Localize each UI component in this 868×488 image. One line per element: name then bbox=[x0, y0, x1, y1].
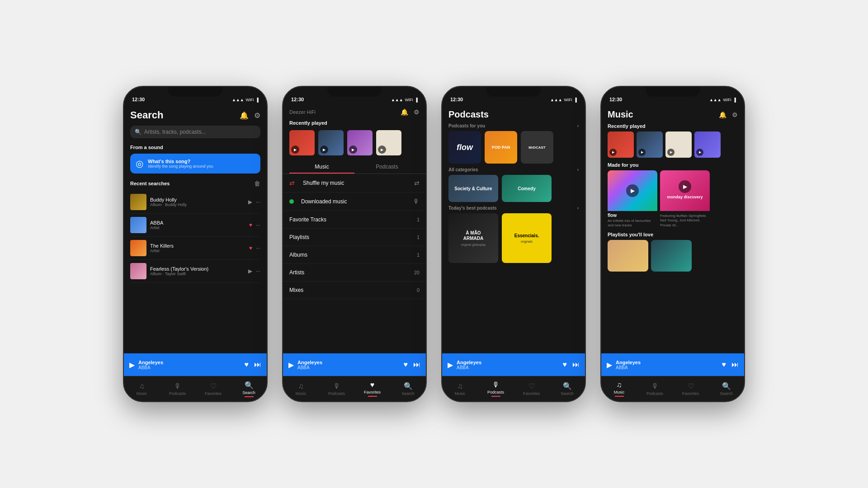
flow-card[interactable]: ▶ flow An infinite mix of favourites and… bbox=[608, 170, 657, 228]
settings-icon-4[interactable]: ⚙ bbox=[732, 111, 738, 118]
rp-thumb-3[interactable]: ▶ bbox=[347, 130, 373, 155]
rp-thumb2-3[interactable]: ▶ bbox=[665, 131, 692, 158]
nav-search-3[interactable]: 🔍 Search bbox=[549, 382, 585, 396]
np-next-icon-2[interactable]: ⏭ bbox=[413, 361, 420, 369]
more-icon-fearless[interactable]: ··· bbox=[256, 268, 260, 274]
np-heart-icon-2[interactable]: ♥ bbox=[404, 361, 408, 369]
tab-podcasts[interactable]: Podcasts bbox=[354, 160, 420, 174]
result-killers[interactable]: The Killers Artist ♥ ··· bbox=[130, 237, 260, 260]
more-icon[interactable]: ··· bbox=[256, 199, 260, 205]
bell-icon-4[interactable]: 🔔 bbox=[719, 111, 726, 118]
nav-podcasts-4[interactable]: 🎙 Podcasts bbox=[637, 382, 673, 396]
rp-play2-2[interactable]: ▶ bbox=[638, 149, 646, 156]
fearless-info: Fearless (Taylor's Version) Album · Tayl… bbox=[150, 266, 245, 276]
nav-music-3[interactable]: ♫ Music bbox=[442, 382, 478, 396]
flow-podcast-card[interactable]: flow bbox=[448, 131, 481, 164]
bell-icon[interactable]: 🔔 bbox=[240, 111, 249, 120]
rp-play-2[interactable]: ▶ bbox=[320, 145, 328, 154]
podpan-podcast-card[interactable]: POD PAN bbox=[485, 131, 517, 164]
playlist-card-2[interactable] bbox=[651, 240, 692, 272]
nav-music-2[interactable]: ♫ Music bbox=[283, 382, 319, 396]
nav-search-1[interactable]: 🔍 Search bbox=[231, 381, 267, 397]
rp-play-1[interactable]: ▶ bbox=[291, 145, 299, 154]
now-playing-bar-4[interactable]: ▶ Angeleyes ABBA ♥ ⏭ bbox=[601, 353, 744, 376]
music-note-icon: ♫ bbox=[139, 382, 145, 390]
comedy-label: Comedy bbox=[518, 186, 535, 191]
nav-search-2[interactable]: 🔍 Search bbox=[390, 382, 426, 396]
search-bar[interactable]: 🔍 Artists, tracks, podcasts... bbox=[130, 126, 260, 138]
mixes-item[interactable]: Mixes 0 bbox=[283, 282, 426, 299]
flow-play-btn[interactable]: ▶ bbox=[626, 184, 639, 197]
artists-count: 20 bbox=[414, 270, 420, 275]
comedy-card[interactable]: Comedy bbox=[502, 175, 552, 202]
more-icon[interactable]: ··· bbox=[256, 222, 260, 228]
rp-thumb-1[interactable]: ▶ bbox=[289, 130, 315, 155]
tab-music[interactable]: Music bbox=[289, 160, 354, 174]
now-playing-bar-2[interactable]: ▶ Angeleyes ABBA ♥ ⏭ bbox=[283, 353, 426, 376]
np-next-icon-3[interactable]: ⏭ bbox=[572, 361, 580, 369]
now-playing-bar-1[interactable]: ▶ Angeleyes ABBA ♥ ⏭ bbox=[124, 353, 267, 376]
rp-play2-3[interactable]: ▶ bbox=[667, 149, 675, 156]
artists-item[interactable]: Artists 20 bbox=[283, 264, 426, 282]
nav-favorites-1[interactable]: ♡ Favorites bbox=[195, 382, 231, 396]
np-play-icon-3[interactable]: ▶ bbox=[448, 361, 453, 369]
favorite-tracks-item[interactable]: Favorite Tracks 1 bbox=[283, 211, 426, 229]
sound-id-button[interactable]: ◎ What's this song? Identify the song pl… bbox=[130, 154, 260, 174]
all-cat-more-icon[interactable]: › bbox=[577, 167, 579, 172]
settings-icon[interactable]: ⚙ bbox=[254, 111, 260, 120]
nav-favorites-4[interactable]: ♡ Favorites bbox=[673, 382, 708, 396]
rp-play2-4[interactable]: ▶ bbox=[696, 149, 703, 156]
playlist-card-1[interactable] bbox=[608, 240, 648, 272]
rp-thumb-2[interactable]: ▶ bbox=[318, 130, 344, 155]
nav-music-4[interactable]: ♫ Music bbox=[601, 381, 637, 397]
bell-icon-2[interactable]: 🔔 bbox=[401, 108, 408, 116]
play-icon-fearless[interactable]: ▶ bbox=[248, 268, 252, 274]
nav-favorites-2[interactable]: ♥ Favorites bbox=[354, 381, 390, 397]
nav-podcasts-1[interactable]: 🎙 Podcasts bbox=[160, 382, 195, 396]
see-more-icon[interactable]: › bbox=[577, 123, 579, 128]
todays-best-more-icon[interactable]: › bbox=[577, 206, 579, 211]
nav-search-4[interactable]: 🔍 Search bbox=[708, 382, 744, 396]
society-culture-card[interactable]: Society & Culture bbox=[448, 175, 498, 202]
np-play-icon-4[interactable]: ▶ bbox=[607, 361, 612, 369]
clear-history-icon[interactable]: 🗑 bbox=[254, 180, 260, 187]
rp-thumb2-1[interactable]: ▶ bbox=[608, 131, 634, 158]
monday-card[interactable]: ▶ monday discovery Featuring Buffalo Spr… bbox=[660, 170, 710, 228]
np-heart-icon[interactable]: ♥ bbox=[245, 361, 249, 369]
nav-podcasts-3[interactable]: 🎙 Podcasts bbox=[478, 381, 514, 397]
rp-play2-1[interactable]: ▶ bbox=[609, 149, 617, 156]
nav-favorites-3[interactable]: ♡ Favorites bbox=[514, 382, 549, 396]
rp-thumb-4[interactable]: ▶ bbox=[376, 130, 401, 155]
np-heart-icon-4[interactable]: ♥ bbox=[722, 361, 726, 369]
essenciais-card[interactable]: Essenciais. originals bbox=[502, 213, 552, 263]
rp-play-3[interactable]: ▶ bbox=[349, 145, 357, 154]
more-icon-killers[interactable]: ··· bbox=[256, 245, 260, 251]
rp-thumb2-2[interactable]: ▶ bbox=[637, 131, 663, 158]
a-mao-armada-card[interactable]: À MÃOARMADA original globoplay bbox=[448, 213, 498, 263]
nav-podcasts-2[interactable]: 🎙 Podcasts bbox=[319, 382, 354, 396]
np-title-3: Angeleyes bbox=[457, 360, 559, 365]
np-play-icon-2[interactable]: ▶ bbox=[288, 361, 294, 369]
heart-icon[interactable]: ♥ bbox=[249, 222, 252, 228]
albums-item[interactable]: Albums 1 bbox=[283, 246, 426, 264]
shuffle-music-item[interactable]: ⇄ Shuffle my music ⇄ bbox=[283, 174, 426, 192]
result-buddy-holly[interactable]: Buddy Holly Album · Buddy Holly ▶ ··· bbox=[130, 191, 260, 214]
result-abba[interactable]: ABBA Artist ♥ ··· bbox=[130, 214, 260, 237]
playlists-item[interactable]: Playlists 1 bbox=[283, 229, 426, 246]
monday-play-btn[interactable]: ▶ bbox=[679, 180, 691, 193]
downloaded-music-item[interactable]: Downloaded music 🎙 bbox=[283, 192, 426, 211]
result-fearless[interactable]: Fearless (Taylor's Version) Album · Tayl… bbox=[130, 260, 260, 283]
settings-icon-2[interactable]: ⚙ bbox=[414, 108, 420, 116]
buddy-holly-sub: Album · Buddy Holly bbox=[150, 202, 245, 207]
np-next-icon-4[interactable]: ⏭ bbox=[731, 361, 739, 369]
heart-icon-killers[interactable]: ♥ bbox=[249, 245, 252, 251]
now-playing-bar-3[interactable]: ▶ Angeleyes ABBA ♥ ⏭ bbox=[442, 353, 585, 376]
rp-thumb2-4[interactable]: ▶ bbox=[694, 131, 721, 158]
np-play-icon[interactable]: ▶ bbox=[129, 361, 135, 369]
np-heart-icon-3[interactable]: ♥ bbox=[563, 361, 567, 369]
np-next-icon[interactable]: ⏭ bbox=[254, 361, 261, 369]
play-icon[interactable]: ▶ bbox=[248, 199, 252, 205]
rp-play-4[interactable]: ▶ bbox=[378, 145, 386, 154]
nav-music-1[interactable]: ♫ Music bbox=[124, 382, 160, 396]
mrdcast-podcast-card[interactable]: MrDCAST bbox=[521, 131, 553, 164]
